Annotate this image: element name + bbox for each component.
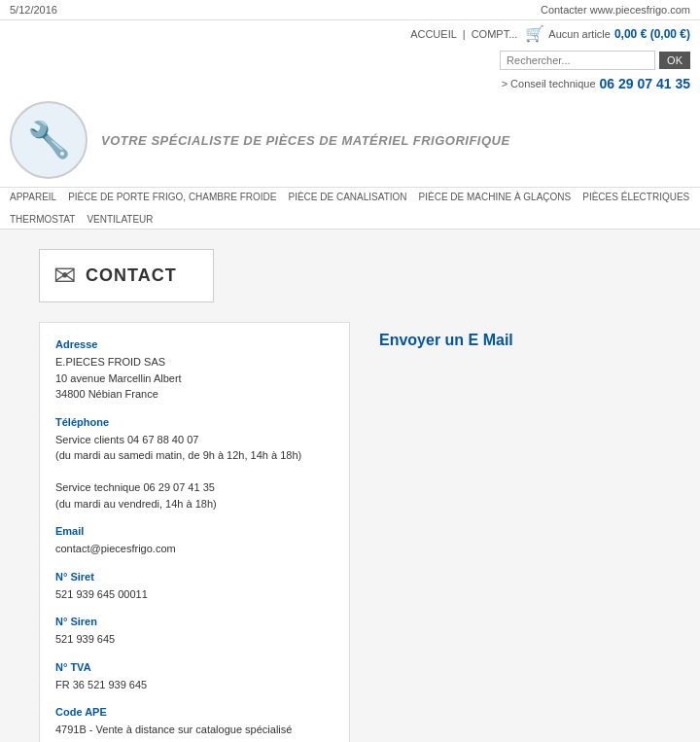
cart-icon[interactable]: 🛒 [525,24,544,43]
label-tva: N° TVA [55,661,333,673]
info-ape: Code APE 4791B - Vente à distance sur ca… [55,706,333,738]
contact-info-panel: Adresse E.PIECES FROID SAS 10 avenue Mar… [39,322,350,742]
nav-electriques[interactable]: PIÈCES ÉLECTRIQUES [582,192,689,202]
label-ape: Code APE [55,706,333,718]
info-telephone: Téléphone Service clients 04 67 88 40 07… [55,416,333,512]
value-siret: 521 939 645 00011 [55,586,333,603]
search-ok-button[interactable]: OK [659,52,690,69]
conseil-bar: > Conseil technique 06 29 07 41 35 [0,74,700,93]
value-tva: FR 36 521 939 645 [55,677,333,693]
main-nav: APPAREIL PIÈCE DE PORTE FRIGO, CHAMBRE F… [0,187,700,230]
value-ape: 4791B - Vente à distance sur catalogue s… [55,722,333,738]
label-siret: N° Siret [55,571,333,583]
label-telephone: Téléphone [55,416,333,428]
send-email-link[interactable]: Envoyer un E Mail [379,332,513,348]
search-bar: OK [0,47,700,74]
info-siret: N° Siret 521 939 645 00011 [55,571,333,603]
info-adresse: Adresse E.PIECES FROID SAS 10 avenue Mar… [55,338,333,403]
nav-porte-frigo[interactable]: PIÈCE DE PORTE FRIGO, CHAMBRE FROIDE [68,192,276,202]
label-email: Email [55,525,333,537]
contact-page-title: CONTACT [86,265,177,286]
nav-glacons[interactable]: PIÈCE DE MACHINE À GLAÇONS [419,192,572,202]
nav-canalisation[interactable]: PIÈCE DE CANALISATION [288,192,406,202]
conseil-prefix: > Conseil technique [502,78,596,89]
nav-compte[interactable]: COMPT... [472,28,518,40]
logo-figure: 🔧 [27,120,71,160]
search-input[interactable] [500,51,655,70]
nav-thermostat[interactable]: THERMOSTAT [10,214,75,225]
label-siren: N° Siren [55,616,333,627]
cart-label: Aucun article [548,28,611,40]
nav-top: ACCUEIL | COMPT... 🛒 Aucun article 0,00 … [0,20,700,47]
conseil-phone: 06 29 07 41 35 [600,76,690,91]
logo-header: 🔧 VOTRE SPÉCIALISTE DE PIÈCES DE MATÉRIE… [0,93,700,187]
info-email: Email contact@piecesfrigo.com [55,525,333,557]
info-siren: N° Siren 521 939 645 [55,616,333,648]
email-section: Envoyer un E Mail [369,322,661,742]
main-content: ✉ CONTACT Adresse E.PIECES FROID SAS 10 … [0,230,700,742]
cart-area: 🛒 Aucun article 0,00 € (0,00 €) [525,24,690,43]
logo-circle: 🔧 [10,101,88,179]
nav-appareil[interactable]: APPAREIL [10,192,56,202]
cart-price: 0,00 € (0,00 €) [614,27,690,41]
envelope-icon: ✉ [53,260,76,292]
contact-body: Adresse E.PIECES FROID SAS 10 avenue Mar… [39,322,661,742]
nav-top-links: ACCUEIL | COMPT... [410,28,517,40]
info-tva: N° TVA FR 36 521 939 645 [55,661,333,693]
value-adresse: E.PIECES FROID SAS 10 avenue Marcellin A… [55,354,333,403]
top-bar: 5/12/2016 Contacter www.piecesfrigo.com [0,0,700,20]
logo-text: VOTRE SPÉCIALISTE DE PIÈCES DE MATÉRIEL … [101,133,510,148]
value-email: contact@piecesfrigo.com [55,541,333,557]
nav-ventilateur[interactable]: VENTILATEUR [87,214,153,225]
date-label: 5/12/2016 [10,4,57,16]
value-telephone: Service clients 04 67 88 40 07 (du mardi… [55,432,333,512]
value-siren: 521 939 645 [55,631,333,648]
nav-accueil[interactable]: ACCUEIL [410,28,457,40]
label-adresse: Adresse [55,338,333,350]
contact-url: Contacter www.piecesfrigo.com [541,4,690,16]
nav-sep1: | [463,28,466,40]
contact-header-box: ✉ CONTACT [39,249,214,302]
